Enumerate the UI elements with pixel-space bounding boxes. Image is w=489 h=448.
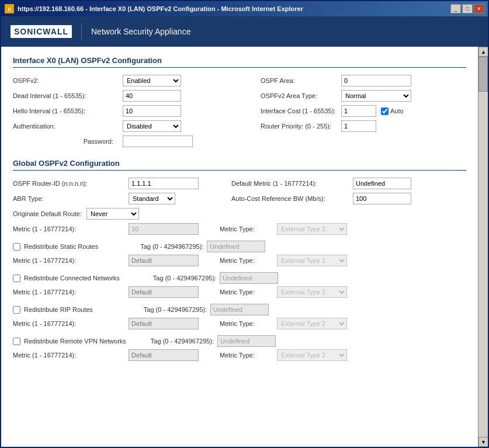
- password-row: Password:: [13, 136, 466, 147]
- password-label: Password:: [13, 138, 118, 145]
- default-metric-input[interactable]: [353, 178, 411, 189]
- browser-icon: e: [5, 4, 14, 13]
- ospfv2-label: OSPFv2:: [13, 77, 118, 84]
- router-priority-input[interactable]: [341, 120, 376, 132]
- redistribute-rip-section: Redistribute RIP Routes Tag (0 - 4294967…: [13, 304, 466, 329]
- router-id-label: OSPF Router-ID (n.n.n.n):: [13, 180, 124, 187]
- header-divider: [81, 23, 82, 40]
- redistribute-static-checkbox[interactable]: [13, 243, 20, 251]
- redistribute-static-metric-row: Metric (1 - 16777214): Metric Type: Exte…: [13, 255, 466, 266]
- redistribute-connected-label: Redistribute Connected Networks: [24, 275, 120, 282]
- redistribute-vpn-metric-row: Metric (1 - 16777214): Metric Type: Exte…: [13, 349, 466, 361]
- global-metric-input[interactable]: [129, 223, 199, 235]
- scroll-down-button[interactable]: ▼: [478, 437, 488, 447]
- redistribute-static-section: Redistribute Static Routes Tag (0 - 4294…: [13, 241, 466, 266]
- auto-cost-label: Auto-Cost Reference BW (Mb/s):: [231, 195, 348, 202]
- redistribute-rip-tag-input[interactable]: [210, 304, 269, 315]
- redistribute-static-metric-type-select[interactable]: External Type 2 External Type 1: [277, 255, 347, 266]
- scroll-track: [478, 57, 488, 437]
- redistribute-rip-label: Redistribute RIP Routes: [24, 306, 93, 313]
- auto-label: Auto: [390, 107, 404, 114]
- default-metric-label: Default Metric (1 - 16777214):: [231, 180, 348, 187]
- redistribute-connected-tag-input[interactable]: [220, 272, 278, 284]
- redistribute-rip-checkbox[interactable]: [13, 306, 20, 314]
- scrollbar-area: Interface X0 (LAN) OSPFv2 Configuration …: [1, 47, 488, 447]
- redistribute-static-label: Redistribute Static Routes: [24, 243, 98, 250]
- abr-type-select[interactable]: Standard Cisco IBM: [129, 193, 175, 204]
- title-bar: e https://192.168.160.66 - Interface X0 …: [1, 1, 488, 16]
- title-bar-left: e https://192.168.160.66 - Interface X0 …: [5, 4, 303, 13]
- auto-check-container: Auto: [381, 107, 404, 115]
- redistribute-rip-tag-label: Tag (0 - 4294967295):: [144, 306, 207, 313]
- logo-box: SONICWALL: [11, 25, 72, 38]
- authentication-label: Authentication:: [13, 123, 118, 130]
- ospfv2-area-type-select[interactable]: Normal Stub NSSA: [341, 90, 411, 102]
- redistribute-static-metric-input[interactable]: [129, 255, 199, 266]
- interface-cost-label: Interface Cost (1 - 65535):: [261, 107, 337, 114]
- auto-cost-input[interactable]: [353, 193, 411, 204]
- redistribute-vpn-tag-label: Tag (0 - 4294967295):: [151, 338, 214, 345]
- interface-section-title: Interface X0 (LAN) OSPFv2 Configuration: [13, 56, 466, 68]
- interface-cost-input[interactable]: [341, 105, 376, 117]
- minimize-button[interactable]: _: [450, 4, 461, 13]
- redistribute-connected-metric-type-select[interactable]: External Type 2 External Type 1: [277, 286, 347, 298]
- redistribute-connected-section: Redistribute Connected Networks Tag (0 -…: [13, 272, 466, 298]
- authentication-row: Authentication: Disabled Simple MD5 Rout…: [13, 120, 466, 132]
- redistribute-static-metric-label: Metric (1 - 16777214):: [13, 257, 124, 264]
- authentication-select[interactable]: Disabled Simple MD5: [123, 120, 181, 132]
- window-title: https://192.168.160.66 - Interface X0 (L…: [18, 5, 303, 12]
- redistribute-static-row: Redistribute Static Routes Tag (0 - 4294…: [13, 241, 466, 252]
- redistribute-connected-tag-label: Tag (0 - 4294967295):: [153, 275, 216, 282]
- redistribute-vpn-metric-type-select[interactable]: External Type 2 External Type 1: [277, 349, 347, 361]
- redistribute-connected-metric-input[interactable]: [129, 286, 199, 298]
- redistribute-connected-checkbox[interactable]: [13, 275, 20, 282]
- redistribute-static-tag-input[interactable]: [207, 241, 265, 252]
- redistribute-rip-metric-input[interactable]: [129, 318, 199, 329]
- redistribute-vpn-tag-input[interactable]: [217, 335, 276, 347]
- redistribute-vpn-metric-input[interactable]: [129, 349, 199, 361]
- scrollbar: ▲ ▼: [478, 47, 488, 447]
- close-button[interactable]: ✕: [474, 4, 484, 13]
- redistribute-connected-metric-type-label: Metric Type:: [220, 289, 272, 296]
- browser-window: e https://192.168.160.66 - Interface X0 …: [0, 0, 489, 448]
- originate-select[interactable]: Never Always Conditional: [86, 208, 139, 220]
- global-metric-label: Metric (1 - 16777214):: [13, 225, 124, 232]
- abr-type-row: ABR Type: Standard Cisco IBM Auto-Cost R…: [13, 193, 466, 204]
- router-id-input[interactable]: [129, 178, 199, 189]
- global-metric-row: Metric (1 - 16777214): Metric Type: Exte…: [13, 223, 466, 235]
- router-id-row: OSPF Router-ID (n.n.n.n): Default Metric…: [13, 178, 466, 189]
- redistribute-vpn-checkbox[interactable]: [13, 338, 20, 345]
- global-section-title: Global OSPFv2 Configuration: [13, 159, 466, 171]
- dead-interval-row: Dead Interval (1 - 65535): OSPFv2 Area T…: [13, 90, 466, 102]
- main-content: Interface X0 (LAN) OSPFv2 Configuration …: [1, 47, 478, 447]
- redistribute-rip-metric-type-select[interactable]: External Type 2 External Type 1: [277, 318, 347, 329]
- title-bar-buttons: _ □ ✕: [450, 4, 484, 13]
- redistribute-rip-metric-type-label: Metric Type:: [220, 320, 272, 327]
- ospf-area-input[interactable]: [341, 75, 411, 86]
- ospfv2-select[interactable]: Enabled Disabled: [123, 75, 181, 86]
- redistribute-connected-metric-row: Metric (1 - 16777214): Metric Type: Exte…: [13, 286, 466, 298]
- hello-interval-input[interactable]: [123, 105, 181, 117]
- ospfv2-row: OSPFv2: Enabled Disabled OSPF Area:: [13, 75, 466, 86]
- scroll-up-button[interactable]: ▲: [478, 47, 488, 57]
- router-priority-label: Router Priority: (0 - 255):: [261, 123, 337, 130]
- password-input[interactable]: [123, 136, 193, 147]
- dead-interval-input[interactable]: [123, 90, 181, 102]
- redistribute-static-tag-label: Tag (0 - 4294967295):: [140, 243, 203, 250]
- global-metric-type-label: Metric Type:: [220, 225, 272, 232]
- redistribute-rip-row: Redistribute RIP Routes Tag (0 - 4294967…: [13, 304, 466, 315]
- sonicwall-logo: SONICWALL: [11, 25, 72, 38]
- hello-interval-label: Hello Interval (1 - 65535):: [13, 107, 118, 114]
- redistribute-rip-metric-row: Metric (1 - 16777214): Metric Type: Exte…: [13, 318, 466, 329]
- maximize-button[interactable]: □: [462, 4, 473, 13]
- global-metric-type-select[interactable]: External Type 2 External Type 1: [277, 223, 347, 235]
- dead-interval-label: Dead Interval (1 - 65535):: [13, 92, 118, 99]
- redistribute-connected-metric-label: Metric (1 - 16777214):: [13, 289, 124, 296]
- redistribute-vpn-label: Redistribute Remote VPN Networks: [24, 338, 126, 345]
- ospf-area-label: OSPF Area:: [261, 77, 337, 84]
- auto-checkbox[interactable]: [381, 107, 389, 115]
- originate-label: Originate Default Route:: [13, 210, 82, 217]
- redistribute-static-metric-type-label: Metric Type:: [220, 257, 272, 264]
- scroll-thumb[interactable]: [478, 57, 488, 92]
- ospfv2-area-type-label: OSPFv2 Area Type:: [261, 92, 337, 99]
